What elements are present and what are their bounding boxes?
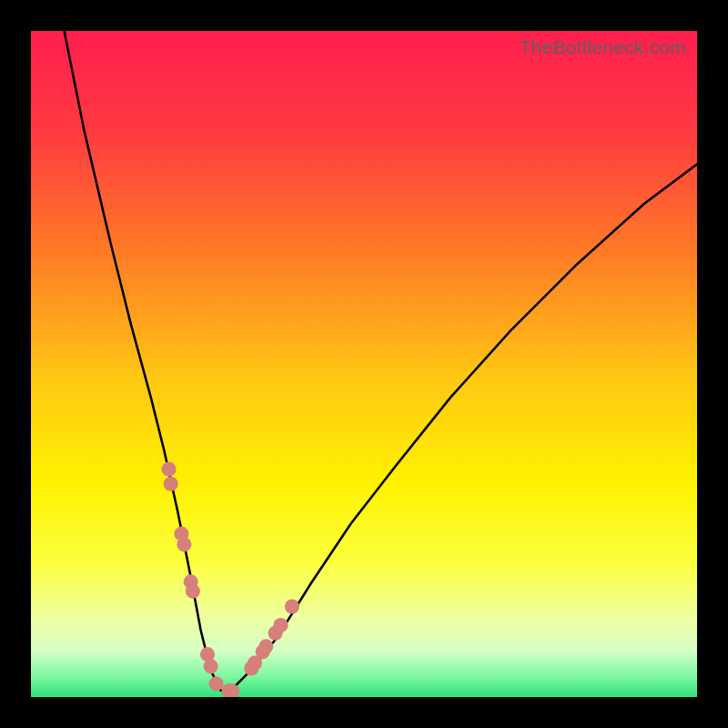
curve-layer bbox=[31, 31, 697, 697]
outer-frame: TheBottleneck.com bbox=[0, 0, 728, 728]
sample-point bbox=[273, 618, 288, 632]
sample-point bbox=[164, 477, 178, 491]
sample-point bbox=[204, 659, 218, 673]
sample-point bbox=[258, 639, 273, 653]
sample-point bbox=[161, 462, 176, 477]
sample-points bbox=[161, 462, 299, 697]
plot-area: TheBottleneck.com bbox=[31, 31, 697, 697]
watermark-text: TheBottleneck.com bbox=[520, 36, 686, 58]
sample-point bbox=[186, 584, 200, 599]
sample-point bbox=[285, 599, 299, 613]
sample-point bbox=[177, 537, 191, 551]
sample-point bbox=[208, 676, 223, 691]
bottleneck-curve bbox=[65, 31, 697, 691]
